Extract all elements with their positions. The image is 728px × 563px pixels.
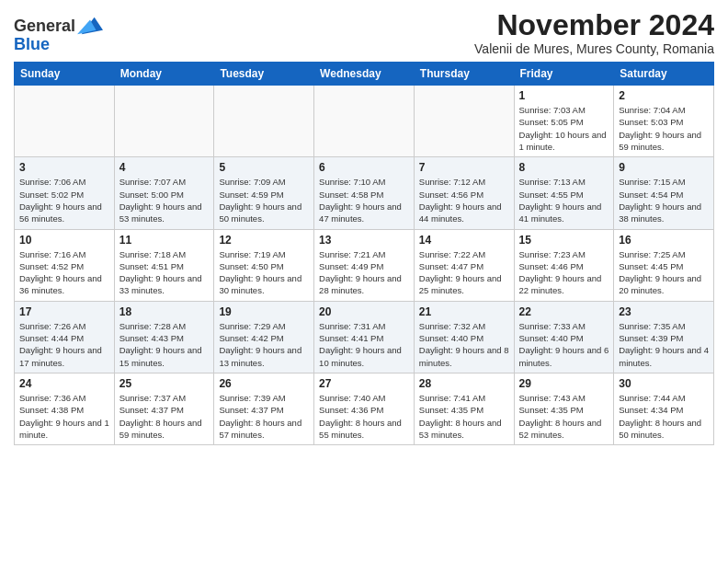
day-info: Sunrise: 7:10 AM Sunset: 4:58 PM Dayligh… [319,176,409,224]
day-info: Sunrise: 7:09 AM Sunset: 4:59 PM Dayligh… [219,176,309,224]
day-number: 18 [119,305,210,318]
day-number: 28 [419,377,509,390]
day-info: Sunrise: 7:22 AM Sunset: 4:47 PM Dayligh… [419,248,509,297]
weekday-header-tuesday: Tuesday [214,63,314,86]
day-info: Sunrise: 7:15 AM Sunset: 4:54 PM Dayligh… [619,176,709,224]
calendar-cell: 3Sunrise: 7:06 AM Sunset: 5:02 PM Daylig… [15,157,115,229]
calendar-cell: 13Sunrise: 7:21 AM Sunset: 4:49 PM Dayli… [314,229,415,301]
calendar-cell: 25Sunrise: 7:37 AM Sunset: 4:37 PM Dayli… [114,373,214,444]
calendar-cell: 18Sunrise: 7:28 AM Sunset: 4:43 PM Dayli… [114,301,214,373]
calendar-cell: 4Sunrise: 7:07 AM Sunset: 5:00 PM Daylig… [114,157,214,229]
header: General Blue November 2024 Valenii de Mu… [14,9,714,56]
day-info: Sunrise: 7:33 AM Sunset: 4:40 PM Dayligh… [519,320,609,369]
calendar-cell: 10Sunrise: 7:16 AM Sunset: 4:52 PM Dayli… [15,229,115,301]
day-number: 2 [619,89,709,102]
day-number: 10 [19,234,109,247]
week-row-5: 24Sunrise: 7:36 AM Sunset: 4:38 PM Dayli… [15,373,714,444]
title-section: November 2024 Valenii de Mures, Mures Co… [474,9,714,56]
weekday-header-monday: Monday [114,63,214,86]
day-number: 3 [19,161,109,174]
day-number: 29 [519,377,609,390]
calendar-cell: 20Sunrise: 7:31 AM Sunset: 4:41 PM Dayli… [314,301,415,373]
day-info: Sunrise: 7:29 AM Sunset: 4:42 PM Dayligh… [219,320,309,369]
day-info: Sunrise: 7:32 AM Sunset: 4:40 PM Dayligh… [419,320,509,369]
day-info: Sunrise: 7:12 AM Sunset: 4:56 PM Dayligh… [419,176,509,224]
weekday-header-wednesday: Wednesday [314,63,415,86]
day-number: 6 [319,161,409,174]
logo-icon [77,13,103,39]
calendar-cell: 27Sunrise: 7:40 AM Sunset: 4:36 PM Dayli… [314,373,415,444]
day-number: 9 [619,161,709,174]
day-info: Sunrise: 7:39 AM Sunset: 4:37 PM Dayligh… [219,392,309,441]
day-info: Sunrise: 7:41 AM Sunset: 4:35 PM Dayligh… [419,392,509,441]
week-row-4: 17Sunrise: 7:26 AM Sunset: 4:44 PM Dayli… [15,301,714,373]
calendar-cell [314,86,415,157]
day-info: Sunrise: 7:07 AM Sunset: 5:00 PM Dayligh… [119,176,210,224]
day-number: 27 [319,377,409,390]
logo: General Blue [14,13,103,54]
weekday-header-friday: Friday [514,63,614,86]
day-info: Sunrise: 7:19 AM Sunset: 4:50 PM Dayligh… [219,248,309,297]
day-info: Sunrise: 7:26 AM Sunset: 4:44 PM Dayligh… [19,320,109,369]
day-info: Sunrise: 7:37 AM Sunset: 4:37 PM Dayligh… [119,392,210,441]
calendar-cell: 26Sunrise: 7:39 AM Sunset: 4:37 PM Dayli… [214,373,314,444]
day-number: 22 [519,305,609,318]
day-number: 23 [619,305,709,318]
day-number: 14 [419,234,509,247]
calendar-cell: 17Sunrise: 7:26 AM Sunset: 4:44 PM Dayli… [15,301,115,373]
calendar-cell: 6Sunrise: 7:10 AM Sunset: 4:58 PM Daylig… [314,157,415,229]
weekday-header-saturday: Saturday [614,63,714,86]
calendar-cell: 9Sunrise: 7:15 AM Sunset: 4:54 PM Daylig… [614,157,714,229]
day-info: Sunrise: 7:21 AM Sunset: 4:49 PM Dayligh… [319,248,409,297]
day-info: Sunrise: 7:31 AM Sunset: 4:41 PM Dayligh… [319,320,409,369]
calendar-cell: 24Sunrise: 7:36 AM Sunset: 4:38 PM Dayli… [15,373,115,444]
day-number: 21 [419,305,509,318]
calendar-cell [15,86,115,157]
day-number: 24 [19,377,109,390]
calendar-cell: 29Sunrise: 7:43 AM Sunset: 4:35 PM Dayli… [514,373,614,444]
week-row-1: 1Sunrise: 7:03 AM Sunset: 5:05 PM Daylig… [15,86,714,157]
calendar-cell: 28Sunrise: 7:41 AM Sunset: 4:35 PM Dayli… [414,373,514,444]
day-info: Sunrise: 7:16 AM Sunset: 4:52 PM Dayligh… [19,248,109,297]
location: Valenii de Mures, Mures County, Romania [474,41,714,56]
calendar: SundayMondayTuesdayWednesdayThursdayFrid… [14,62,714,445]
day-number: 13 [319,234,409,247]
weekday-header-sunday: Sunday [15,63,115,86]
day-number: 4 [119,161,210,174]
day-number: 11 [119,234,210,247]
calendar-cell: 12Sunrise: 7:19 AM Sunset: 4:50 PM Dayli… [214,229,314,301]
calendar-cell [114,86,214,157]
day-info: Sunrise: 7:18 AM Sunset: 4:51 PM Dayligh… [119,248,210,297]
calendar-cell: 1Sunrise: 7:03 AM Sunset: 5:05 PM Daylig… [514,86,614,157]
week-row-2: 3Sunrise: 7:06 AM Sunset: 5:02 PM Daylig… [15,157,714,229]
day-number: 5 [219,161,309,174]
day-info: Sunrise: 7:06 AM Sunset: 5:02 PM Dayligh… [19,176,109,224]
day-number: 16 [619,234,709,247]
calendar-cell: 30Sunrise: 7:44 AM Sunset: 4:34 PM Dayli… [614,373,714,444]
calendar-cell: 2Sunrise: 7:04 AM Sunset: 5:03 PM Daylig… [614,86,714,157]
week-row-3: 10Sunrise: 7:16 AM Sunset: 4:52 PM Dayli… [15,229,714,301]
day-number: 12 [219,234,309,247]
day-info: Sunrise: 7:25 AM Sunset: 4:45 PM Dayligh… [619,248,709,297]
calendar-cell: 5Sunrise: 7:09 AM Sunset: 4:59 PM Daylig… [214,157,314,229]
calendar-cell: 21Sunrise: 7:32 AM Sunset: 4:40 PM Dayli… [414,301,514,373]
calendar-cell: 23Sunrise: 7:35 AM Sunset: 4:39 PM Dayli… [614,301,714,373]
day-info: Sunrise: 7:35 AM Sunset: 4:39 PM Dayligh… [619,320,709,369]
day-number: 1 [519,89,609,102]
day-number: 20 [319,305,409,318]
calendar-cell [214,86,314,157]
calendar-cell: 22Sunrise: 7:33 AM Sunset: 4:40 PM Dayli… [514,301,614,373]
day-number: 30 [619,377,709,390]
day-info: Sunrise: 7:13 AM Sunset: 4:55 PM Dayligh… [519,176,609,224]
calendar-cell: 19Sunrise: 7:29 AM Sunset: 4:42 PM Dayli… [214,301,314,373]
day-info: Sunrise: 7:36 AM Sunset: 4:38 PM Dayligh… [19,392,109,441]
weekday-header-row: SundayMondayTuesdayWednesdayThursdayFrid… [15,63,714,86]
calendar-cell: 8Sunrise: 7:13 AM Sunset: 4:55 PM Daylig… [514,157,614,229]
calendar-cell: 15Sunrise: 7:23 AM Sunset: 4:46 PM Dayli… [514,229,614,301]
logo-general: General [14,17,75,36]
day-number: 19 [219,305,309,318]
day-info: Sunrise: 7:40 AM Sunset: 4:36 PM Dayligh… [319,392,409,441]
day-info: Sunrise: 7:04 AM Sunset: 5:03 PM Dayligh… [619,104,709,153]
weekday-header-thursday: Thursday [414,63,514,86]
day-info: Sunrise: 7:43 AM Sunset: 4:35 PM Dayligh… [519,392,609,441]
